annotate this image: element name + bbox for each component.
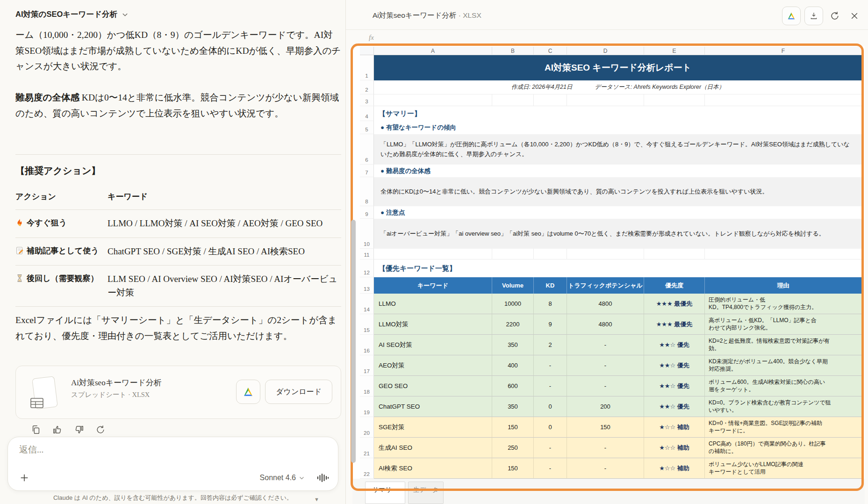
column-letter: A bbox=[374, 47, 492, 55]
refresh-icon[interactable] bbox=[827, 7, 843, 25]
volume-cell: 600 bbox=[492, 376, 534, 396]
google-drive-button[interactable] bbox=[782, 7, 801, 25]
keywords-cell: ChatGPT SEO / SGE対策 / 生成AI SEO / AI検索SEO bbox=[108, 245, 341, 259]
table-header-row: 13 キーワード Volume KD トラフィックポテンシャル 優先度 理由 bbox=[360, 277, 862, 294]
row-number: 18 bbox=[360, 376, 374, 396]
table-row: 補助記事として使う ChatGPT SEO / SGE対策 / 生成AI SEO… bbox=[15, 238, 341, 266]
conversation-title-menu[interactable]: AI対策のSEOキーワード分析 bbox=[15, 9, 128, 20]
thumbs-down-icon[interactable] bbox=[74, 424, 86, 436]
keyword-cell: ChatGPT SEO bbox=[374, 396, 492, 417]
vertical-scrollbar[interactable] bbox=[351, 220, 356, 463]
traffic-potential-cell: - bbox=[567, 335, 644, 355]
volume-cell: 250 bbox=[492, 438, 534, 458]
waveform-icon[interactable] bbox=[316, 472, 329, 483]
download-icon bbox=[810, 12, 818, 20]
reply-input[interactable] bbox=[19, 445, 323, 455]
file-attachment-card[interactable]: Ai対策seoキーワード分析 スプレッドシート · XLSX ダウンロード bbox=[15, 366, 341, 419]
row-number: 9 bbox=[360, 206, 374, 219]
priority-cell: ★★★ 最優先 bbox=[644, 294, 705, 314]
traffic-potential-cell: 4800 bbox=[567, 314, 644, 335]
empty-cell bbox=[705, 94, 862, 106]
priority-cell: ★★☆ 優先 bbox=[644, 396, 705, 417]
row-number: 1 bbox=[360, 55, 374, 80]
memo-icon bbox=[15, 246, 24, 255]
column-header: 優先度 bbox=[644, 277, 705, 294]
retry-icon[interactable] bbox=[95, 424, 108, 436]
preview-header: Ai対策seoキーワード分析 · XLSX bbox=[346, 0, 868, 30]
row-number: 4 bbox=[360, 106, 374, 121]
keyword-list-heading: 【優先キーワード一覧】 bbox=[374, 259, 862, 277]
summary-bullet: ● 有望なキーワードの傾向 bbox=[374, 121, 862, 134]
row-number: 10 bbox=[360, 219, 374, 249]
model-selector[interactable]: Sonnet 4.6 bbox=[260, 474, 304, 482]
sheet-row: 2 作成日: 2026年4月21日データソース: Ahrefs Keywords… bbox=[360, 80, 862, 94]
column-header: トラフィックポテンシャル bbox=[567, 277, 644, 294]
sheet-row: 6 「LLMO」「LLMO対策」が圧倒的に高ボリューム（各10,000・2,20… bbox=[360, 134, 862, 165]
summary-bullet: ● 注意点 bbox=[374, 206, 862, 219]
summary-body: 「aiオーバービュー対策」「ai overview seo」「ai対策 seo」… bbox=[374, 219, 862, 249]
message-actions bbox=[31, 424, 108, 436]
sheet-row: 7 ● 難易度の全体感 bbox=[360, 165, 862, 177]
kd-cell: - bbox=[534, 458, 567, 479]
keyword-row: 19 ChatGPT SEO 350 0 200 ★★☆ 優先 KD=0。ブラン… bbox=[360, 396, 862, 417]
sheet-tab-summary[interactable]: サマリー bbox=[365, 482, 405, 504]
scroll-down-arrow-icon[interactable]: ▼ bbox=[314, 497, 319, 502]
row-number: 3 bbox=[360, 94, 374, 106]
keyword-cell: LLMO bbox=[374, 294, 492, 314]
kd-cell: 9 bbox=[534, 314, 567, 335]
recommended-actions-heading: 【推奨アクション】 bbox=[15, 165, 100, 177]
reason-cell: CPC高め（180円）で商業的関心あり。柱記事 の補助に。 bbox=[705, 438, 862, 458]
row-number: 16 bbox=[360, 335, 374, 355]
file-subtitle: スプレッドシート · XLSX bbox=[71, 390, 150, 399]
google-drive-button[interactable] bbox=[236, 380, 260, 404]
empty-cell bbox=[374, 94, 492, 106]
traffic-potential-cell: 200 bbox=[567, 396, 644, 417]
row-number: 20 bbox=[360, 417, 374, 438]
grid-corner bbox=[360, 47, 374, 55]
thumbs-up-icon[interactable] bbox=[52, 424, 65, 436]
sheet-tab-rawdata[interactable]: 生データ bbox=[408, 482, 444, 504]
empty-cell bbox=[567, 249, 644, 259]
download-button[interactable] bbox=[804, 7, 823, 25]
copy-icon[interactable] bbox=[31, 424, 43, 436]
sheet-row: 9 ● 注意点 bbox=[360, 206, 862, 219]
empty-cell bbox=[644, 249, 705, 259]
row-number: 14 bbox=[360, 294, 374, 314]
sheet-row: 3 bbox=[360, 94, 862, 106]
column-header-row: A B C D E F bbox=[360, 47, 862, 55]
keyword-cell: LLMO対策 bbox=[374, 314, 492, 335]
empty-cell bbox=[534, 94, 567, 106]
traffic-potential-cell: - bbox=[567, 376, 644, 396]
reason-cell: KD=0。ブランド検索含むが教育コンテンツで狙 いやすい。 bbox=[705, 396, 862, 417]
message-paragraph: 難易度の全体感 KDは0〜14と非常に低水準。競合コンテンツが少ない新興領域のた… bbox=[15, 90, 341, 121]
download-button[interactable]: ダウンロード bbox=[265, 380, 332, 404]
column-letter: C bbox=[534, 47, 567, 55]
column-letter: B bbox=[492, 47, 534, 55]
row-number: 8 bbox=[360, 177, 374, 206]
close-icon[interactable] bbox=[846, 7, 862, 25]
priority-cell: ★★☆ 優先 bbox=[644, 335, 705, 355]
keyword-cell: AI検索 SEO bbox=[374, 458, 492, 479]
formula-bar-label: fx bbox=[369, 34, 374, 42]
traffic-potential-cell: 4800 bbox=[567, 294, 644, 314]
priority-cell: ★☆☆ 補助 bbox=[644, 458, 705, 479]
column-header: 理由 bbox=[705, 277, 862, 294]
row-number: 5 bbox=[360, 121, 374, 134]
volume-cell: 400 bbox=[492, 355, 534, 376]
keyword-cell: 生成AI SEO bbox=[374, 438, 492, 458]
conversation-title: AI対策のSEOキーワード分析 bbox=[15, 9, 117, 20]
file-preview-panel: Ai対策seoキーワード分析 · XLSX fx A B C bbox=[346, 0, 868, 504]
recommended-actions-table: アクション キーワード 今すぐ狙う LLMO / LLMO対策 / AI SEO… bbox=[15, 186, 341, 307]
spreadsheet-thumbnail-icon bbox=[30, 376, 59, 410]
kd-cell: 0 bbox=[534, 396, 567, 417]
plus-icon[interactable] bbox=[19, 472, 31, 484]
volume-cell: 350 bbox=[492, 396, 534, 417]
google-drive-icon bbox=[243, 387, 254, 397]
data-source: データソース: Ahrefs Keywords Explorer（日本） bbox=[595, 83, 725, 91]
action-label: 後回し（需要観察） bbox=[27, 274, 98, 283]
kd-cell: 0 bbox=[534, 417, 567, 438]
table-header-row: アクション キーワード bbox=[15, 186, 341, 210]
volume-cell: 2200 bbox=[492, 314, 534, 335]
traffic-potential-cell: - bbox=[567, 438, 644, 458]
volume-cell: 150 bbox=[492, 417, 534, 438]
